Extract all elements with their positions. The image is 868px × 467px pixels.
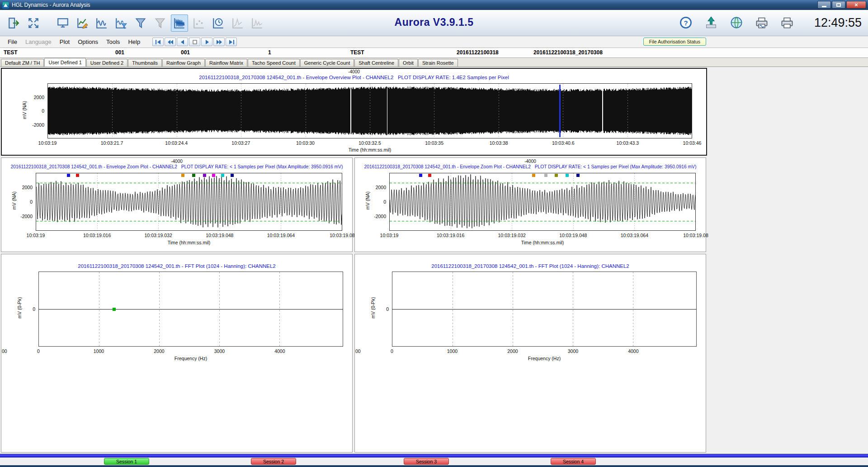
upload-icon[interactable] xyxy=(703,14,719,31)
menu-items: FileLanguagePlotOptionsToolsHelp xyxy=(4,38,144,45)
nav-stop-button[interactable] xyxy=(189,38,200,46)
filter-icon[interactable] xyxy=(132,14,149,32)
tab-rainflow-graph[interactable]: Rainflow Graph xyxy=(162,59,205,67)
tab-tacho-speed-count[interactable]: Tacho Speed Count xyxy=(248,59,300,67)
x-axis-label: Time (hh:mm:ss.mil) xyxy=(389,240,696,245)
x-axis-ticks: 01000200030004000 xyxy=(392,348,697,354)
x-tick: 3000 xyxy=(568,348,578,354)
menu-options[interactable]: Options xyxy=(74,38,102,45)
tab-user-defined-2[interactable]: User Defined 2 xyxy=(86,59,127,67)
y-tick: 0 xyxy=(33,306,35,312)
clock-plot-icon[interactable] xyxy=(210,14,227,32)
view-tab-strip: Default ZM / THUser Defined 1User Define… xyxy=(0,58,868,67)
x-axis-ticks: 10:03:1910:03:21.710:03:24.410:03:2710:0… xyxy=(47,140,692,146)
tab-strain-rosette[interactable]: Strain Rosette xyxy=(418,59,458,67)
nav-next-button[interactable] xyxy=(201,38,212,46)
info-field: TEST xyxy=(4,49,18,56)
y-tick: 0 xyxy=(42,108,44,114)
nav-previous-button[interactable] xyxy=(177,38,188,46)
plot-area[interactable] xyxy=(392,272,697,347)
x-axis-label: Frequency (Hz) xyxy=(392,356,697,361)
tab-shaft-centreline[interactable]: Shaft Centreline xyxy=(354,59,398,67)
x-axis-label: Time (hh:mm:ss.mil) xyxy=(36,240,342,245)
title-bar: HGL Dynamics - Aurora Analysis × xyxy=(0,0,868,10)
help-icon[interactable]: ? xyxy=(678,14,694,31)
session-button-1[interactable]: Session 1 xyxy=(104,458,149,465)
y-axis-label: mV (NA) xyxy=(365,173,370,228)
x-tick: 10:03:19 xyxy=(27,233,45,238)
menu-plot[interactable]: Plot xyxy=(56,38,74,45)
nav-last-button[interactable] xyxy=(226,38,237,46)
tab-generic-cycle-count[interactable]: Generic Cycle Count xyxy=(300,59,354,67)
x-tick: 10:03:24.4 xyxy=(165,140,188,146)
playback-nav-buttons xyxy=(152,38,237,46)
tab-orbit[interactable]: Orbit xyxy=(399,59,418,67)
waveform-plot-icon[interactable] xyxy=(93,14,110,32)
plot-setup-icon[interactable] xyxy=(74,14,91,32)
x-tick: 10:03:19 xyxy=(380,233,399,238)
x-tick: 10:03:27 xyxy=(231,140,250,146)
menu-file[interactable]: File xyxy=(4,38,21,45)
filter-disabled-icon[interactable] xyxy=(151,14,169,32)
y-tick: 0 xyxy=(30,199,33,205)
y-axis-ticks: 20000-2000 xyxy=(28,83,46,138)
window-bottom-border xyxy=(0,465,868,467)
y-tick: 2000 xyxy=(22,185,33,190)
info-field: TEST xyxy=(350,49,364,56)
x-tick: 10:03:19.048 xyxy=(206,233,233,238)
x-tick: 4000 xyxy=(274,348,285,354)
tab-default-zm-th[interactable]: Default ZM / TH xyxy=(1,59,44,67)
globe-icon[interactable] xyxy=(728,14,745,31)
nav-rewind-button[interactable] xyxy=(165,38,176,46)
y-tick: 2000 xyxy=(34,95,44,100)
nav-first-button[interactable] xyxy=(152,38,164,46)
spectrum2-plot-icon[interactable] xyxy=(249,14,266,32)
plot-area[interactable] xyxy=(36,173,342,231)
x-tick: 10:03:19.016 xyxy=(83,233,111,238)
clock-display: 12:49:55 xyxy=(814,16,862,30)
menu-bar: FileLanguagePlotOptionsToolsHelp File Au… xyxy=(0,36,868,48)
x-tick: 10:03:19.048 xyxy=(559,233,587,238)
plot-area[interactable] xyxy=(47,83,692,138)
fullscreen-icon[interactable] xyxy=(25,14,42,32)
envelope-plot-icon[interactable] xyxy=(171,14,188,32)
tab-thumbnails[interactable]: Thumbnails xyxy=(128,59,162,67)
session-button-3[interactable]: Session 3 xyxy=(404,458,449,465)
axis-top-label: -4000 xyxy=(355,159,706,164)
x-tick: 10:03:46 xyxy=(683,140,702,146)
menu-help[interactable]: Help xyxy=(124,38,144,45)
x-tick: 10:03:43.3 xyxy=(617,140,639,146)
x-tick: 10:03:40.6 xyxy=(552,140,575,146)
minimize-button[interactable] xyxy=(817,1,831,9)
plot-area[interactable] xyxy=(38,272,343,347)
spectrum-plot-icon[interactable] xyxy=(229,14,246,32)
session-button-4[interactable]: Session 4 xyxy=(551,458,596,465)
filtered-plot-icon[interactable] xyxy=(113,14,130,32)
tab-rainflow-matrix[interactable]: Rainflow Matrix xyxy=(205,59,247,67)
maximize-button[interactable] xyxy=(832,1,845,9)
x-tick: 10:03:19.064 xyxy=(267,233,295,238)
print-icon[interactable] xyxy=(779,14,795,31)
toolbar-right-icons: ? 12:49:55 xyxy=(678,14,862,31)
x-tick: 2000 xyxy=(507,348,518,354)
session-button-2[interactable]: Session 2 xyxy=(251,458,296,465)
fft-plot-panel-right: 20161122100318_20170308 124542_001.th - … xyxy=(354,254,706,453)
close-button[interactable]: × xyxy=(846,1,866,9)
x-tick: 0 xyxy=(391,348,393,354)
y-axis-ticks: 20000-2000 xyxy=(370,173,388,231)
x-tick: 2000 xyxy=(154,348,164,354)
display-setup-icon[interactable] xyxy=(54,14,71,32)
file-authorisation-status-button[interactable]: File Authorisation Status xyxy=(643,38,706,46)
tab-user-defined-1[interactable]: User Defined 1 xyxy=(44,58,85,67)
menu-tools[interactable]: Tools xyxy=(102,38,124,45)
scatter-plot-icon[interactable] xyxy=(190,14,208,32)
plot-title: 20161122100318_20170308 124542_001.th - … xyxy=(2,75,706,80)
y-tick: 0 xyxy=(383,199,386,205)
print-preview-icon[interactable] xyxy=(754,14,770,31)
plot-area[interactable] xyxy=(389,173,696,231)
exit-icon[interactable] xyxy=(5,14,23,32)
x-tick: 10:03:19.08 xyxy=(683,233,708,238)
nav-forward-button[interactable] xyxy=(213,38,225,46)
axis-top-label: -4000 xyxy=(1,159,352,164)
fft-canvas xyxy=(392,272,696,346)
